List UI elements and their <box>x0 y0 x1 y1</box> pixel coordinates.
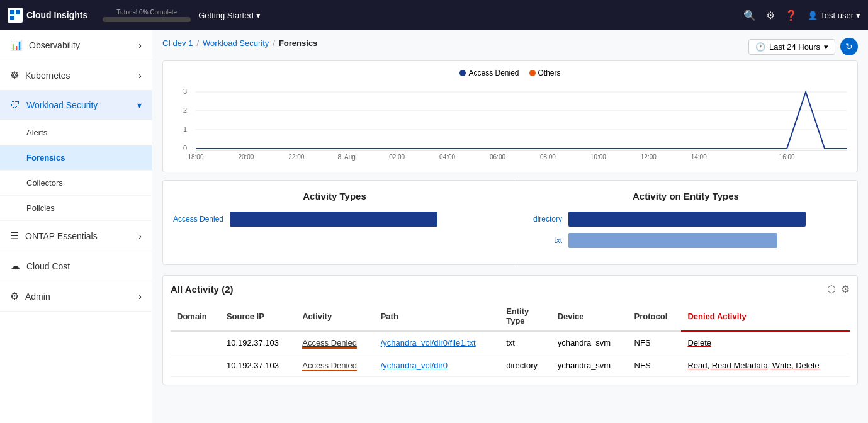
path-link[interactable]: /ychandra_vol/dir0/file1.txt <box>381 338 476 347</box>
entity-bar-txt-fill <box>568 233 777 248</box>
svg-text:10:00: 10:00 <box>590 154 606 161</box>
table-settings-button[interactable]: ⚙ <box>841 283 850 295</box>
legend-dot-others <box>529 70 536 76</box>
cell-domain <box>171 331 220 354</box>
netapp-logo-icon <box>8 8 23 23</box>
time-selector[interactable]: 🕐 Last 24 Hours ▾ <box>748 39 835 55</box>
cloud-cost-icon: ☁ <box>10 260 20 272</box>
col-path: Path <box>375 302 500 331</box>
svg-text:08:00: 08:00 <box>540 154 556 161</box>
activity-entity-panel: Activity on Entity Types directory txt <box>514 181 857 264</box>
settings-button[interactable]: ⚙ <box>766 9 775 21</box>
entity-bar-directory-fill <box>568 212 806 227</box>
sidebar-sub-policies[interactable]: Policies <box>0 196 152 221</box>
top-controls: CI dev 1 / Workload Security / Forensics… <box>162 38 858 55</box>
alerts-label: Alerts <box>26 128 47 137</box>
entity-bar-txt-container <box>568 233 847 248</box>
activity-label-access-denied[interactable]: Access Denied <box>173 215 223 223</box>
sidebar-item-observability[interactable]: 📊 Observability › <box>0 30 152 60</box>
sidebar-label-cloud-cost: Cloud Cost <box>26 261 70 271</box>
all-activity-section: All Activity (2) ⬡ ⚙ Domain Source IP Ac… <box>162 275 858 385</box>
table-row: 10.192.37.103 Access Denied /ychandra_vo… <box>171 331 850 354</box>
svg-text:22:00: 22:00 <box>288 154 304 161</box>
legend-access-denied: Access Denied <box>459 69 519 77</box>
sidebar-sub-forensics[interactable]: Forensics <box>0 145 152 171</box>
path-link[interactable]: /ychandra_vol/dir0 <box>381 361 448 370</box>
cell-entity-type: directory <box>500 354 551 377</box>
activity-panels: Activity Types Access Denied Activity on… <box>162 180 858 265</box>
table-actions: ⬡ ⚙ <box>827 283 850 295</box>
chevron-right-icon: › <box>138 40 142 50</box>
sidebar-item-kubernetes[interactable]: ☸ Kubernetes › <box>0 60 152 91</box>
search-button[interactable]: 🔍 <box>743 9 756 21</box>
entity-bar-txt: txt <box>524 233 847 248</box>
chevron-right-icon-k8s: › <box>138 70 142 81</box>
cell-path: /ychandra_vol/dir0/file1.txt <box>375 331 500 354</box>
svg-text:0: 0 <box>183 144 187 152</box>
legend-dot-access-denied <box>459 70 466 76</box>
table-header-row: All Activity (2) ⬡ ⚙ <box>171 283 850 295</box>
chevron-right-icon-ontap: › <box>138 231 142 241</box>
all-activity-title: All Activity (2) <box>171 284 233 295</box>
sidebar-item-workload-security[interactable]: 🛡 Workload Security ▾ <box>0 91 152 120</box>
kubernetes-icon: ☸ <box>10 69 19 81</box>
breadcrumb-current: Forensics <box>279 38 317 48</box>
sidebar-label-observability: Observability <box>29 40 80 50</box>
sidebar-item-admin[interactable]: ⚙ Admin › <box>0 281 152 312</box>
cell-protocol: NFS <box>628 331 682 354</box>
help-button[interactable]: ❓ <box>785 9 798 21</box>
activity-link[interactable]: Access Denied <box>302 338 357 349</box>
svg-rect-2 <box>10 16 14 20</box>
entity-bar-directory: directory <box>524 212 847 227</box>
time-label: Last 24 Hours <box>769 42 820 52</box>
user-avatar-icon: 👤 <box>808 11 818 20</box>
svg-text:14:00: 14:00 <box>691 154 707 161</box>
cell-source-ip: 10.192.37.103 <box>220 354 296 377</box>
breadcrumb-ci-dev[interactable]: CI dev 1 <box>162 38 193 48</box>
sidebar-sub-alerts[interactable]: Alerts <box>0 120 152 145</box>
sidebar-label-workload-security: Workload Security <box>26 100 98 110</box>
sidebar-item-ontap[interactable]: ☰ ONTAP Essentials › <box>0 221 152 251</box>
sidebar-item-cloud-cost[interactable]: ☁ Cloud Cost <box>0 251 152 281</box>
logo: Cloud Insights <box>8 8 87 23</box>
activity-types-title: Activity Types <box>173 191 496 201</box>
cell-denied-activity: Delete <box>681 331 850 354</box>
chart-area: Access Denied Others 3 2 1 0 <box>162 60 858 172</box>
activity-bar-access-denied: Access Denied <box>173 212 496 227</box>
tutorial-progress-bar <box>103 17 191 22</box>
activity-bar-container <box>230 212 496 227</box>
svg-rect-0 <box>10 10 14 14</box>
col-device: Device <box>551 302 628 331</box>
getting-started-button[interactable]: Getting Started ▾ <box>198 11 260 20</box>
observability-icon: 📊 <box>10 39 23 51</box>
chevron-down-icon: ▾ <box>137 100 142 110</box>
sidebar-sub-collectors[interactable]: Collectors <box>0 171 152 196</box>
cell-path: /ychandra_vol/dir0 <box>375 354 500 377</box>
entity-label-txt[interactable]: txt <box>524 236 562 245</box>
breadcrumb-workload-security[interactable]: Workload Security <box>203 38 269 48</box>
chart-legend: Access Denied Others <box>171 69 850 77</box>
table-export-button[interactable]: ⬡ <box>827 283 836 295</box>
cell-domain <box>171 354 220 377</box>
refresh-button[interactable]: ↻ <box>840 38 858 55</box>
top-nav-icons: 🔍 ⚙ ❓ 👤 Test user ▾ <box>743 9 860 21</box>
activity-link[interactable]: Access Denied <box>302 361 357 371</box>
svg-text:16:00: 16:00 <box>779 154 795 161</box>
col-activity: Activity <box>296 302 374 331</box>
cell-denied-activity: Read, Read Metadata, Write, Delete <box>681 354 850 377</box>
svg-text:8. Aug: 8. Aug <box>338 154 356 161</box>
main-layout: 📊 Observability › ☸ Kubernetes › 🛡 Workl… <box>0 30 868 423</box>
svg-text:02:00: 02:00 <box>389 154 405 161</box>
user-menu-button[interactable]: 👤 Test user ▾ <box>808 11 860 20</box>
cell-entity-type: txt <box>500 331 551 354</box>
cell-source-ip: 10.192.37.103 <box>220 331 296 354</box>
ontap-icon: ☰ <box>10 230 19 242</box>
cell-device: ychandra_svm <box>551 354 628 377</box>
breadcrumb: CI dev 1 / Workload Security / Forensics <box>162 38 317 48</box>
col-denied-activity: Denied Activity <box>681 302 850 331</box>
table-row: 10.192.37.103 Access Denied /ychandra_vo… <box>171 354 850 377</box>
clock-icon: 🕐 <box>755 42 765 52</box>
user-name: Test user <box>820 11 854 20</box>
cell-device: ychandra_svm <box>551 331 628 354</box>
entity-label-directory[interactable]: directory <box>524 215 562 223</box>
